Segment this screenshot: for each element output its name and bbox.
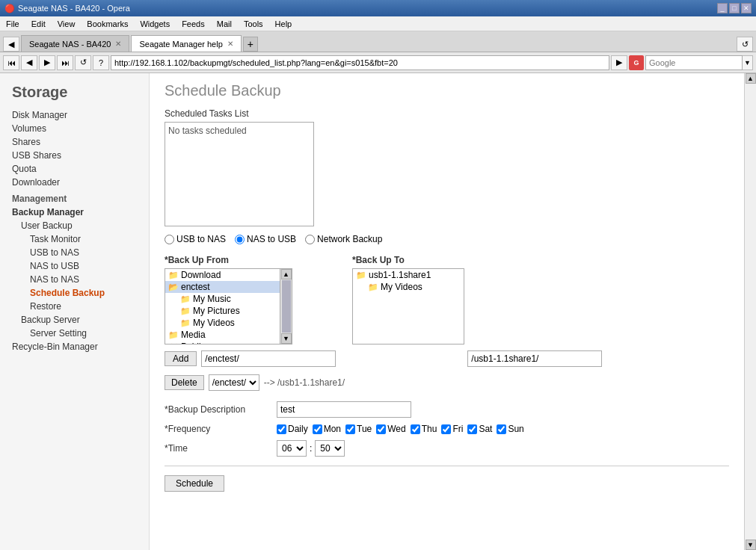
check-mon[interactable]: Mon	[313, 424, 341, 434]
check-thu[interactable]: Thu	[411, 424, 437, 434]
backup-type-group: USB to NAS NAS to USB Network Backup	[165, 234, 729, 244]
tree-item-public[interactable]: 📁 Public	[165, 341, 280, 344]
sidebar-item-volumes[interactable]: Volumes	[0, 122, 149, 135]
folder-icon-my-pictures: 📁	[180, 306, 191, 316]
time-hour-select[interactable]: 06	[277, 440, 307, 457]
time-minute-select[interactable]: 50	[315, 440, 345, 457]
browser-icon: 🔴	[4, 4, 15, 13]
reload-speed-button[interactable]: ↺	[737, 37, 753, 52]
tab-close-1[interactable]: ✕	[115, 40, 121, 48]
sidebar-item-disk-manager[interactable]: Disk Manager	[0, 108, 149, 122]
add-to-input[interactable]	[467, 350, 602, 367]
search-input[interactable]	[645, 55, 743, 70]
check-tue[interactable]: Tue	[345, 424, 372, 434]
menu-view[interactable]: View	[55, 19, 79, 29]
nav-home-button[interactable]: ?	[93, 55, 109, 70]
close-button[interactable]: ✕	[741, 3, 752, 13]
add-row: Add	[165, 350, 729, 367]
sidebar-item-usb-shares[interactable]: USB Shares	[0, 149, 149, 162]
nav-back-button[interactable]: ◀	[21, 55, 37, 70]
tree-item-my-music[interactable]: 📁 My Music	[165, 293, 280, 305]
tab-label-1: Seagate NAS - BA420	[29, 40, 111, 49]
check-fri[interactable]: Fri	[441, 424, 463, 434]
add-button[interactable]: Add	[165, 351, 197, 366]
check-daily[interactable]: Daily	[277, 424, 308, 434]
tree-item-usb-share[interactable]: 📁 usb1-1.1share1	[353, 269, 464, 281]
radio-input-usb-to-nas[interactable]	[165, 235, 174, 244]
tree-item-download[interactable]: 📁 Download	[165, 269, 280, 281]
menu-widgets[interactable]: Widgets	[137, 19, 173, 29]
sidebar-item-user-backup[interactable]: User Backup	[0, 219, 149, 232]
folder-icon-public: 📁	[168, 342, 179, 345]
sidebar-item-server-setting[interactable]: Server Setting	[0, 327, 149, 340]
check-sun[interactable]: Sun	[497, 424, 523, 434]
delete-path-select[interactable]: /enctest/	[209, 374, 259, 391]
sidebar-item-backup-manager[interactable]: Backup Manager	[0, 206, 149, 219]
menu-bookmarks[interactable]: Bookmarks	[84, 19, 131, 29]
radio-input-nas-to-usb[interactable]	[235, 235, 245, 244]
menu-help[interactable]: Help	[272, 19, 295, 29]
nav-forward-button[interactable]: ▶	[39, 55, 55, 70]
tree-item-my-pictures[interactable]: 📁 My Pictures	[165, 305, 280, 317]
sidebar-item-backup-server[interactable]: Backup Server	[0, 313, 149, 327]
from-scroll-thumb[interactable]	[282, 280, 291, 333]
folder-icon-my-videos-from: 📁	[180, 318, 191, 328]
tab-label-2: Seagate Manager help	[139, 40, 222, 49]
sidebar-item-recycle-bin[interactable]: Recycle-Bin Manager	[0, 340, 149, 353]
sidebar-title: Storage	[0, 81, 149, 108]
radio-network-backup[interactable]: Network Backup	[305, 234, 382, 244]
tree-item-my-videos-from[interactable]: 📁 My Videos	[165, 317, 280, 329]
sidebar-item-nas-to-nas[interactable]: NAS to NAS	[0, 273, 149, 286]
sidebar-item-schedule-backup[interactable]: Schedule Backup	[0, 286, 149, 300]
description-input[interactable]	[277, 401, 411, 418]
sidebar-item-nas-to-usb[interactable]: NAS to USB	[0, 259, 149, 273]
nav-fast-forward-button[interactable]: ⏭	[57, 55, 73, 70]
tab-close-2[interactable]: ✕	[227, 40, 233, 48]
radio-input-network-backup[interactable]	[305, 235, 315, 244]
menu-mail[interactable]: Mail	[214, 19, 235, 29]
check-sat[interactable]: Sat	[467, 424, 492, 434]
sidebar-item-shares[interactable]: Shares	[0, 135, 149, 149]
add-from-input[interactable]	[201, 350, 336, 367]
address-bar[interactable]	[111, 55, 609, 70]
schedule-button[interactable]: Schedule	[165, 475, 224, 492]
tab-seagate-nas[interactable]: Seagate NAS - BA420 ✕	[21, 35, 129, 52]
page-scrollbar[interactable]: ▲ ▼	[744, 73, 756, 550]
tree-item-enctest[interactable]: 📂 enctest	[165, 281, 280, 293]
backup-to-section: *Back Up To 📁 usb1-1.1share1 📁 My Videos	[352, 255, 464, 344]
sidebar-item-quota[interactable]: Quota	[0, 162, 149, 176]
tree-item-my-videos-to[interactable]: 📁 My Videos	[353, 281, 464, 293]
nav-go-button[interactable]: ▶	[611, 55, 627, 70]
scheduled-tasks-label: Scheduled Tasks List	[165, 108, 729, 119]
menu-feeds[interactable]: Feeds	[179, 19, 208, 29]
tab-seagate-help[interactable]: Seagate Manager help ✕	[131, 35, 241, 52]
maximize-button[interactable]: □	[729, 3, 740, 13]
backup-from-tree[interactable]: 📁 Download 📂 enctest 📁 My Music 📁	[165, 268, 280, 344]
nav-rewind-button[interactable]: ⏮	[3, 55, 19, 70]
radio-usb-to-nas[interactable]: USB to NAS	[165, 234, 226, 244]
menu-edit[interactable]: Edit	[28, 19, 49, 29]
nav-reload-button[interactable]: ↺	[75, 55, 91, 70]
tree-item-media[interactable]: 📁 Media	[165, 329, 280, 341]
sidebar-item-restore[interactable]: Restore	[0, 300, 149, 313]
radio-nas-to-usb[interactable]: NAS to USB	[235, 234, 296, 244]
menu-tools[interactable]: Tools	[241, 19, 266, 29]
nav-bar: ⏮ ◀ ▶ ⏭ ↺ ? ▶ G ▼	[0, 52, 756, 73]
search-dropdown[interactable]: ▼	[743, 55, 753, 70]
new-tab-button[interactable]: +	[243, 37, 258, 52]
from-scroll-up[interactable]: ▲	[281, 269, 292, 279]
frequency-row: *Frequency Daily Mon Tue Wed Thu Fri Sat…	[165, 424, 729, 434]
frequency-checkboxes: Daily Mon Tue Wed Thu Fri Sat Sun	[277, 424, 524, 434]
menu-file[interactable]: File	[3, 19, 22, 29]
minimize-button[interactable]: _	[717, 3, 728, 13]
backup-to-tree[interactable]: 📁 usb1-1.1share1 📁 My Videos	[352, 268, 464, 344]
page-scroll-down[interactable]: ▼	[746, 540, 756, 550]
check-wed[interactable]: Wed	[376, 424, 405, 434]
sidebar-item-usb-to-nas[interactable]: USB to NAS	[0, 246, 149, 259]
delete-button[interactable]: Delete	[165, 375, 204, 390]
prev-tab-button[interactable]: ◀	[3, 37, 19, 52]
from-scroll-down[interactable]: ▼	[281, 333, 292, 344]
sidebar-item-task-monitor[interactable]: Task Monitor	[0, 232, 149, 246]
sidebar-item-downloader[interactable]: Downloader	[0, 176, 149, 189]
page-scroll-up[interactable]: ▲	[746, 73, 756, 84]
